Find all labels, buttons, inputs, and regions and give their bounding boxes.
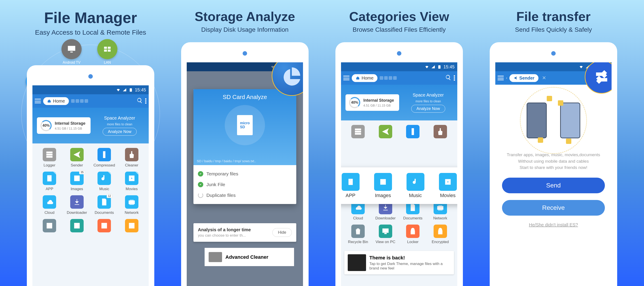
grid-label: Locker	[407, 240, 418, 244]
grid-item-compressed[interactable]: Compressed	[92, 148, 117, 168]
column-file-transfer: File transfer Send Files Quickly & Safel…	[476, 9, 630, 286]
subtitle: Display Disk Usage Information	[201, 26, 289, 33]
grid-label: Images	[71, 187, 83, 191]
category-grid: LoggerSenderCompressedCleanerAPP35Images…	[32, 143, 149, 237]
grid-item-documents[interactable]: 12Documents	[92, 195, 117, 215]
grid-item-music[interactable]: Music	[92, 172, 117, 191]
send-button[interactable]: Send	[502, 178, 605, 193]
home-chip[interactable]: Home	[43, 97, 69, 105]
home-chip[interactable]: Home	[352, 74, 378, 82]
search-icon[interactable]	[137, 97, 143, 105]
grid-label: Downloader	[67, 211, 87, 215]
storage-label: Internal Storage	[55, 121, 86, 126]
grid-item-movies[interactable]: Movies	[119, 172, 144, 191]
analyze-button[interactable]: Analyze Now	[103, 128, 136, 136]
sd-title: SD Card Analyze	[223, 94, 267, 101]
wifi-icon	[116, 88, 120, 92]
cleaner-icon	[125, 148, 138, 161]
not-installed-link[interactable]: He/She didn't install ES?	[529, 222, 578, 228]
encrypted-icon	[434, 225, 447, 238]
icon-icon	[98, 219, 111, 232]
grid-label: Images	[375, 193, 391, 198]
grid-label: Network	[433, 216, 447, 221]
subtitle: Send Files Quickly & Safely	[515, 26, 592, 33]
grid-item-images[interactable]: Images	[368, 173, 398, 198]
grid-item-movies[interactable]: Movies	[433, 173, 457, 198]
badge: 35	[79, 170, 85, 174]
folder-icon	[558, 100, 563, 106]
sd-graphic: microSD	[225, 105, 265, 145]
sender-chip[interactable]: Sender	[510, 74, 538, 82]
menu-icon[interactable]	[35, 99, 41, 103]
grid-item-locker[interactable]: Locker	[400, 225, 426, 244]
compressed-icon	[98, 148, 111, 161]
grid-item-[interactable]	[37, 219, 62, 232]
grid-item-sender[interactable]: Sender	[64, 148, 90, 168]
grid-label: APP	[46, 187, 53, 191]
icon-icon	[70, 219, 84, 232]
recycle bin-icon	[351, 225, 365, 238]
grid-label: Music	[409, 193, 422, 198]
icon-icon	[125, 219, 138, 232]
overflow-icon[interactable]	[454, 75, 455, 81]
grid-label: Documents	[403, 216, 422, 221]
locker-icon	[406, 225, 420, 238]
storage-card[interactable]: 40% Internal Storage 4.51 GB / 11.15 GB	[37, 117, 90, 134]
orbit-android-tv[interactable]: Android TV	[62, 39, 82, 65]
grid-item-music[interactable]: Music	[400, 173, 430, 198]
column-file-manager: File Manager Easy Access to Local & Remo…	[14, 9, 168, 286]
android tv-icon	[62, 39, 82, 59]
grid-item-[interactable]	[346, 125, 371, 138]
grid-item-cleaner[interactable]: Cleaner	[119, 148, 144, 168]
grid-item-app[interactable]: APP	[341, 173, 366, 198]
grid-item-view-on-pc[interactable]: View on PC	[373, 225, 398, 244]
overflow-icon[interactable]	[145, 98, 146, 104]
grid-item-[interactable]	[373, 125, 398, 138]
grid-label: Network	[125, 211, 139, 215]
advanced-cleaner[interactable]: Advanced Cleaner	[204, 248, 294, 266]
grid-label: Movies	[126, 187, 138, 191]
grid-item-[interactable]	[119, 219, 144, 232]
icon-icon	[434, 125, 447, 138]
analyze-button[interactable]: Analyze Now	[411, 105, 445, 113]
menu-icon[interactable]	[498, 76, 504, 80]
search-icon[interactable]	[445, 74, 452, 82]
grid-item-[interactable]	[400, 125, 426, 138]
analyzer-title: Space Analyzer	[104, 115, 135, 121]
check-icon	[198, 182, 203, 187]
receive-button[interactable]: Receive	[502, 200, 605, 216]
grid-item-[interactable]	[428, 125, 453, 138]
app-icon	[342, 173, 360, 191]
music-icon	[406, 173, 424, 191]
grid-item-network[interactable]: Network	[119, 195, 144, 215]
grid-label: Compressed	[94, 163, 115, 168]
grid-item-app[interactable]: APP	[37, 172, 62, 191]
grid-item-[interactable]	[64, 219, 90, 232]
grid-item-[interactable]	[92, 219, 117, 232]
orbit-lan[interactable]: LAN	[97, 39, 118, 65]
cloud-icon	[43, 195, 56, 209]
grid-item-encrypted[interactable]: Encrypted	[428, 225, 453, 244]
status-time: 15:45	[135, 87, 146, 92]
subtitle: Browse Classified Files Efficiently	[353, 26, 446, 33]
close-icon[interactable]: ✕	[542, 75, 546, 81]
grid-label: Downloader	[375, 216, 396, 221]
storage-ring: 40%	[40, 120, 52, 131]
app-bar: Home	[32, 94, 149, 108]
column-storage-analyze: Storage Analyze Display Disk Usage Infor…	[168, 9, 322, 286]
grid-label: Movies	[440, 193, 456, 198]
grid-item-images[interactable]: 35Images	[64, 172, 90, 191]
grid-item-cloud[interactable]: Cloud	[37, 195, 62, 215]
hide-button[interactable]: Hide	[272, 228, 292, 237]
sd-analyze-dialog: SD Card Analyze microSD SD / baidu / tmp…	[194, 89, 296, 204]
title: File Manager	[44, 9, 137, 26]
sd-path: SD / baidu / tmp / baidu / tmp/ sows.txt…	[197, 159, 256, 163]
menu-icon[interactable]	[343, 76, 350, 80]
images-icon: 35	[70, 172, 84, 185]
storage-card[interactable]: 40% Internal Storage4.51 GB / 11.15 GB	[346, 94, 399, 111]
theme-promo[interactable]: Theme is back! Tap to get Dark Theme, ma…	[344, 251, 454, 274]
grid-label: View on PC	[376, 240, 395, 244]
grid-item-recycle-bin[interactable]: Recycle Bin	[346, 225, 371, 244]
grid-item-logger[interactable]: Logger	[37, 148, 62, 168]
grid-item-downloader[interactable]: Downloader	[64, 195, 90, 215]
